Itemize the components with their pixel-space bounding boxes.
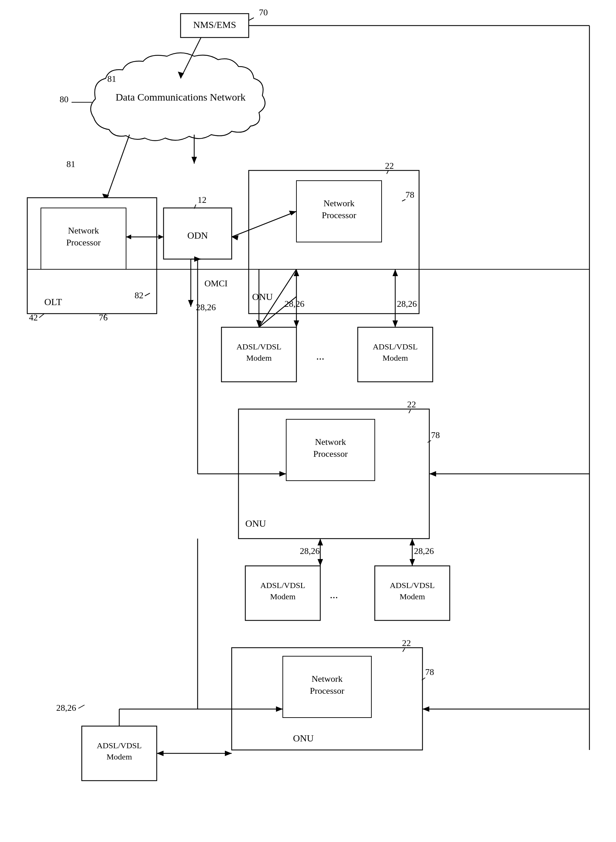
onu3-label: ONU [293, 733, 314, 744]
svg-marker-49 [409, 559, 415, 566]
dots-2: ... [330, 588, 338, 601]
olt-np-label-2: Processor [66, 238, 101, 247]
onu3-np-label-1: Network [312, 674, 343, 684]
modem5-label-1: ADSL/VDSL [97, 741, 142, 750]
onu2-np-label-2: Processor [313, 449, 348, 459]
svg-marker-61 [157, 751, 164, 756]
ref-70: 70 [259, 7, 268, 18]
svg-marker-46 [318, 559, 323, 566]
ref-42: 42 [29, 313, 38, 322]
ref-28-26-1: 28,26 [196, 303, 216, 312]
ref-28-26-3: 28,26 [397, 299, 417, 309]
svg-line-0 [249, 18, 254, 21]
modem1-label-2: Modem [246, 354, 272, 362]
svg-marker-24 [188, 300, 194, 307]
onu1-np-label-2: Processor [322, 210, 356, 220]
ref-78-onu1: 78 [405, 190, 414, 200]
svg-marker-33 [294, 320, 299, 327]
modem1-label-1: ADSL/VDSL [236, 342, 282, 351]
svg-line-11 [39, 314, 44, 318]
ref-76: 76 [99, 313, 108, 322]
svg-marker-47 [318, 539, 323, 545]
svg-line-7 [106, 135, 129, 201]
nms-ems-label: NMS/EMS [193, 19, 236, 30]
svg-marker-10 [192, 157, 197, 164]
ref-28-26-2: 28,26 [285, 299, 305, 309]
ref-81-bottom: 81 [66, 159, 75, 169]
odn-label: ODN [188, 230, 208, 241]
modem3-label-2: Modem [270, 592, 296, 601]
ref-78-onu3: 78 [425, 667, 434, 677]
modem5-label-2: Modem [107, 752, 132, 761]
diagram-container: NMS/EMS 70 Data Communications Network 8… [0, 0, 616, 842]
svg-marker-15 [158, 235, 164, 239]
onu1-np-label-1: Network [324, 198, 355, 208]
ref-80: 80 [60, 94, 69, 104]
dots-1: ... [316, 350, 324, 362]
ref-81-top: 81 [107, 74, 116, 84]
onu1-label: ONU [252, 291, 273, 302]
ref-28-26-5: 28,26 [414, 546, 434, 556]
modem4-label-1: ADSL/VDSL [390, 581, 435, 590]
dcn-label: Data Communications Network [116, 91, 246, 103]
dcn-cloud: Data Communications Network [91, 53, 265, 141]
olt-np-label-1: Network [68, 226, 99, 235]
svg-marker-60 [225, 751, 232, 756]
svg-line-58 [78, 705, 85, 708]
svg-marker-44 [429, 471, 436, 476]
modem2-label-2: Modem [383, 354, 408, 362]
ref-82: 82 [135, 291, 144, 300]
onu2-label: ONU [245, 518, 266, 529]
omci-label: OMCI [204, 279, 227, 288]
ref-12: 12 [198, 195, 207, 205]
onu2-np-label-1: Network [315, 437, 346, 447]
ref-78-onu2: 78 [431, 430, 440, 440]
ref-22-1: 22 [385, 161, 394, 171]
modem2-label-1: ADSL/VDSL [373, 342, 418, 351]
svg-marker-50 [409, 539, 415, 545]
modem3-label-1: ADSL/VDSL [260, 581, 305, 590]
svg-marker-57 [422, 706, 429, 712]
onu3-np-label-2: Processor [310, 686, 344, 696]
ref-28-26-4: 28,26 [300, 546, 320, 556]
ref-22-2: 22 [407, 400, 416, 409]
ref-28-26-6: 28,26 [56, 703, 76, 713]
ref-22-3: 22 [402, 638, 411, 648]
modem4-label-2: Modem [400, 592, 425, 601]
svg-marker-36 [393, 320, 398, 327]
olt-label: OLT [44, 297, 62, 307]
